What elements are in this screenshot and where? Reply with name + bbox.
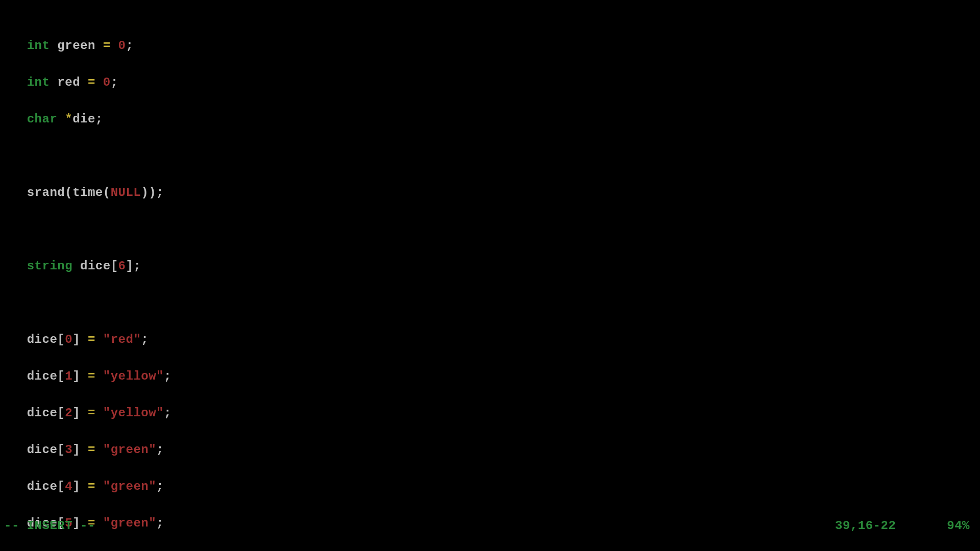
code-line: int green = 0;	[4, 37, 980, 55]
code-line: dice[4] = "green";	[4, 478, 980, 496]
code-line: dice[0] = "red";	[4, 331, 980, 349]
vim-status-line: -- INSERT -- 39,16-22 94%	[4, 519, 970, 533]
blank-line	[4, 294, 980, 312]
blank-line	[4, 220, 980, 239]
code-line: srand(time(NULL));	[4, 184, 980, 202]
code-line: dice[1] = "yellow";	[4, 367, 980, 386]
code-line: dice[3] = "green";	[4, 441, 980, 459]
scroll-percent: 94%	[947, 519, 970, 533]
code-line: string dice[6];	[4, 257, 980, 276]
code-editor[interactable]: int green = 0; int red = 0; char *die; s…	[0, 15, 980, 551]
code-line: char *die;	[4, 110, 980, 129]
vim-mode-indicator: -- INSERT --	[4, 519, 95, 533]
cursor-position: 39,16-22	[835, 519, 896, 533]
code-line: int red = 0;	[4, 73, 980, 92]
blank-line	[4, 147, 980, 165]
code-line: dice[2] = "yellow";	[4, 404, 980, 422]
